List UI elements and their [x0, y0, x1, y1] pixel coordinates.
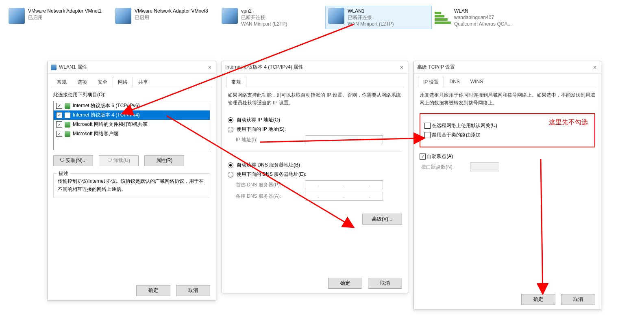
adapter-item[interactable]: WLAN1已断开连接WAN Miniport (L2TP) [325, 6, 432, 29]
adapter-device: WAN Miniport (L2TP) [348, 21, 394, 27]
protocol-label: Microsoft 网络的文件和打印机共享 [73, 121, 148, 128]
checkbox[interactable] [56, 131, 62, 137]
properties-button[interactable]: 属性(R) [144, 155, 184, 166]
protocol-label: Internet 协议版本 4 (TCP/IPv4) [73, 112, 140, 119]
checkbox[interactable] [56, 112, 62, 118]
wifi-icon [435, 8, 451, 24]
adapter-item[interactable]: VMware Network Adapter VMnet1已启用 [6, 6, 112, 29]
adapter-status: 已断开连接 [348, 14, 394, 21]
dialog-titlebar[interactable]: Internet 协议版本 4 (TCP/IPv4) 属性 × [222, 61, 408, 74]
dns2-input[interactable]: ... [305, 192, 383, 201]
protocol-icon [65, 112, 70, 118]
adapter-status: 已断开连接 [241, 14, 287, 21]
ipv4-properties-dialog: Internet 协议版本 4 (TCP/IPv4) 属性 × 常规 如果网络支… [222, 61, 408, 293]
tab-DNS[interactable]: DNS [444, 77, 465, 87]
advanced-tabs: IP 设置DNSWINS [418, 77, 597, 87]
adapter-status: wandabinguan407 [454, 14, 511, 21]
radio-manual-dns[interactable]: 使用下面的 DNS 服务器地址(E): [228, 171, 402, 178]
dialog-title: 高级 TCP/IP 设置 [417, 64, 455, 71]
dns1-input[interactable]: ... [305, 180, 383, 189]
ok-button[interactable]: 确定 [521, 294, 555, 305]
ip-address-input[interactable]: ... [305, 135, 383, 144]
description-group-title: 描述 [57, 170, 70, 177]
protocol-label: Microsoft 网络客户端 [73, 130, 118, 137]
props-tabs: 常规选项安全网络共享 [52, 77, 212, 87]
network-adapter-icon [328, 8, 344, 24]
close-icon[interactable]: × [399, 65, 405, 70]
dialog-title: WLAN1 属性 [59, 64, 87, 71]
adapter-status: 已启用 [28, 14, 102, 21]
dialog-title: Internet 协议版本 4 (TCP/IPv4) 属性 [225, 64, 303, 71]
network-adapter-icon [222, 8, 238, 24]
dialog-titlebar[interactable]: 高级 TCP/IP 设置 × [414, 61, 601, 74]
close-icon[interactable]: × [592, 65, 598, 70]
protocol-list[interactable]: Internet 协议版本 6 (TCP/IPv6)Internet 协议版本 … [53, 101, 210, 150]
dns2-label: 备用 DNS 服务器(A): [236, 193, 305, 200]
adapter-device: WAN Miniport (L2TP) [241, 21, 287, 27]
checkbox[interactable] [56, 121, 62, 128]
radio-auto-ip[interactable]: 自动获得 IP 地址(O) [228, 117, 402, 123]
protocol-item[interactable]: Internet 协议版本 4 (TCP/IPv4) [54, 110, 210, 120]
checkbox-class-route[interactable]: 禁用基于类的路由添加 [424, 132, 590, 138]
metric-label: 接口跃点数(N): [421, 164, 470, 171]
cancel-button[interactable]: 取消 [368, 278, 402, 289]
network-icon [51, 65, 57, 70]
protocol-icon [65, 103, 70, 109]
annotation-text: 这里先不勾选 [549, 118, 588, 127]
ok-button[interactable]: 确定 [136, 285, 170, 296]
radio-manual-ip[interactable]: 使用下面的 IP 地址(S): [228, 126, 402, 133]
protocol-item[interactable]: Microsoft 网络客户端 [54, 129, 210, 138]
checkbox[interactable] [56, 103, 62, 109]
cancel-button[interactable]: 取消 [561, 294, 595, 305]
description-text: 传输控制协议/Internet 协议。该协议是默认的广域网络协议，用于在不同的相… [58, 177, 206, 194]
protocol-icon [65, 122, 70, 128]
ipv4-intro: 如果网络支持此功能，则可以获取自动指派的 IP 设置。否则，你需要从网络系统管理… [228, 91, 402, 107]
adapter-name: vpn2 [241, 8, 287, 14]
tab-general[interactable]: 常规 [226, 77, 246, 87]
ok-button[interactable]: 确定 [328, 278, 362, 289]
tab-共享[interactable]: 共享 [133, 77, 153, 87]
protocol-label: Internet 协议版本 6 (TCP/IPv6) [73, 102, 140, 109]
adapter-item[interactable]: WLANwandabinguan407Qualcomm Atheros QCA.… [432, 6, 538, 29]
radio-auto-dns[interactable]: 自动获得 DNS 服务器地址(B) [228, 162, 402, 169]
advanced-button[interactable]: 高级(V)... [362, 214, 402, 225]
protocol-icon [65, 131, 70, 137]
highlight-box: 在远程网络上使用默认网关(U) 禁用基于类的路由添加 这里先不勾选 [420, 113, 595, 147]
adapter-item[interactable]: vpn2已断开连接WAN Miniport (L2TP) [219, 6, 325, 29]
advanced-intro: 此复选框只应用于你同时连接到局域网和拨号网络上。如果选中，不能发送到局域网上的数… [420, 91, 595, 107]
connection-items-label: 此连接使用下列项目(O): [53, 91, 210, 98]
adapter-name: VMware Network Adapter VMnet8 [135, 8, 208, 14]
checkbox-auto-metric[interactable]: 自动跃点(A) [420, 153, 595, 160]
protocol-item[interactable]: Microsoft 网络的文件和打印机共享 [54, 120, 210, 129]
tab-选项[interactable]: 选项 [72, 77, 92, 87]
advanced-tcpip-dialog: 高级 TCP/IP 设置 × IP 设置DNSWINS 此复选框只应用于你同时连… [413, 61, 601, 309]
network-adapter-icon [9, 8, 25, 24]
tab-WINS[interactable]: WINS [465, 77, 488, 87]
protocol-item[interactable]: Internet 协议版本 6 (TCP/IPv6) [54, 101, 210, 110]
adapter-name: WLAN [454, 8, 511, 14]
network-adapter-icon [115, 8, 131, 24]
tab-网络[interactable]: 网络 [113, 77, 133, 87]
ip-address-label: IP 地址(I): [236, 136, 305, 143]
close-icon[interactable]: × [207, 65, 213, 70]
network-adapters-row: VMware Network Adapter VMnet1已启用VMware N… [6, 6, 638, 29]
tab-IP 设置[interactable]: IP 设置 [418, 77, 444, 87]
install-button[interactable]: 🛡 安装(N)... [53, 155, 93, 166]
uninstall-button[interactable]: 🛡 卸载(U) [99, 155, 139, 166]
ipv4-tabs: 常规 [226, 77, 404, 87]
metric-input[interactable] [470, 162, 499, 171]
tab-安全[interactable]: 安全 [92, 77, 113, 87]
adapter-name: WLAN1 [348, 8, 394, 14]
dialog-titlebar[interactable]: WLAN1 属性 × [48, 61, 216, 74]
adapter-name: VMware Network Adapter VMnet1 [28, 8, 102, 14]
adapter-item[interactable]: VMware Network Adapter VMnet8已启用 [112, 6, 219, 29]
wlan1-properties-dialog: WLAN1 属性 × 常规选项安全网络共享 此连接使用下列项目(O): Inte… [47, 61, 216, 301]
adapter-device: Qualcomm Atheros QCA... [454, 21, 511, 27]
cancel-button[interactable]: 取消 [176, 285, 210, 296]
adapter-status: 已启用 [135, 14, 208, 21]
dns1-label: 首选 DNS 服务器(P): [236, 182, 305, 188]
tab-常规[interactable]: 常规 [52, 77, 72, 87]
